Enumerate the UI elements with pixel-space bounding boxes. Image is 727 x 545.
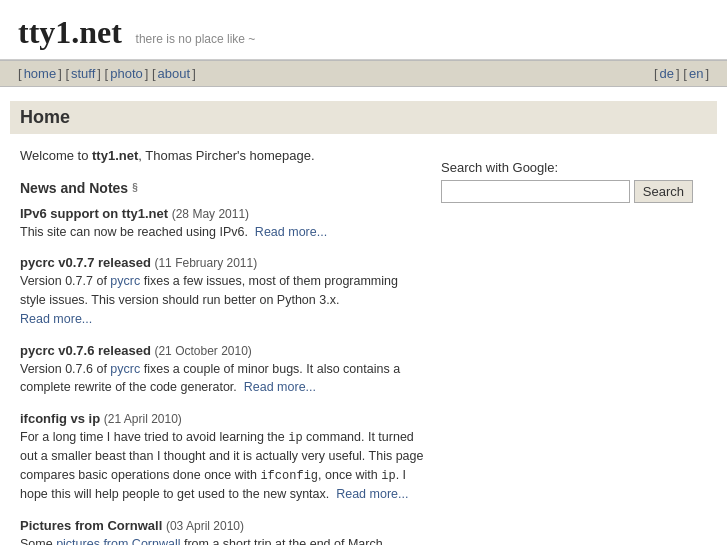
news-title-pycrc076: pycrc v0.7.6 released (21 October 2010) xyxy=(20,343,427,358)
news-body-cornwall: Some pictures from Cornwall from a short… xyxy=(20,535,427,546)
top-area: Welcome to tty1.net, Thomas Pircher's ho… xyxy=(20,146,707,545)
read-more-pycrc076[interactable]: Read more... xyxy=(244,380,316,394)
content-area: Home Welcome to tty1.net, Thomas Pircher… xyxy=(0,87,727,545)
cornwall-link[interactable]: pictures from Cornwall xyxy=(56,537,180,546)
nav-stuff[interactable]: stuff xyxy=(71,66,95,81)
site-header: tty1.net there is no place like ~ xyxy=(0,0,727,60)
nav-photo[interactable]: photo xyxy=(110,66,143,81)
news-title-ipv6: IPv6 support on tty1.net (28 May 2011) xyxy=(20,206,427,221)
main-content: Home Welcome to tty1.net, Thomas Pircher… xyxy=(0,87,727,545)
news-title-pycrc077: pycrc v0.7.7 released (11 February 2011) xyxy=(20,255,427,270)
pycrc076-link[interactable]: pycrc xyxy=(110,362,140,376)
read-more-pycrc077[interactable]: Read more... xyxy=(20,312,92,326)
welcome-section: Welcome to tty1.net, Thomas Pircher's ho… xyxy=(20,146,427,545)
site-tagline: there is no place like ~ xyxy=(136,32,256,46)
search-box: Search with Google: Search xyxy=(427,146,707,213)
nav-lang-de[interactable]: de xyxy=(660,66,674,81)
nav-about[interactable]: about xyxy=(158,66,191,81)
news-body-pycrc076: Version 0.7.6 of pycrc fixes a couple of… xyxy=(20,360,427,398)
news-body-pycrc077: Version 0.7.7 of pycrc fixes a few issue… xyxy=(20,272,427,328)
news-body-ipv6: This site can now be reached using IPv6.… xyxy=(20,223,427,242)
nav-lang-en[interactable]: en xyxy=(689,66,703,81)
news-item-ifconfig: ifconfig vs ip (21 April 2010) For a lon… xyxy=(20,411,427,504)
site-name-bold: tty1.net xyxy=(92,148,138,163)
search-label: Search with Google: xyxy=(441,160,693,175)
news-item-pycrc076: pycrc v0.7.6 released (21 October 2010) … xyxy=(20,343,427,398)
navigation: [ home ] [ stuff ] [ photo ] [ about ] [… xyxy=(0,60,727,87)
welcome-text: Welcome to tty1.net, Thomas Pircher's ho… xyxy=(20,146,427,166)
pycrc077-link[interactable]: pycrc xyxy=(110,274,140,288)
news-section-header: News and Notes § xyxy=(20,180,427,196)
news-body-ifconfig: For a long time I have tried to avoid le… xyxy=(20,428,427,504)
nav-home[interactable]: home xyxy=(24,66,57,81)
nav-left: [ home ] [ stuff ] [ photo ] [ about ] xyxy=(18,66,196,81)
news-item-cornwall: Pictures from Cornwall (03 April 2010) S… xyxy=(20,518,427,546)
site-title: tty1.net xyxy=(18,14,122,50)
news-title-ifconfig: ifconfig vs ip (21 April 2010) xyxy=(20,411,427,426)
news-item-ipv6: IPv6 support on tty1.net (28 May 2011) T… xyxy=(20,206,427,242)
search-input[interactable] xyxy=(441,180,630,203)
nav-right: [ de ] [ en ] xyxy=(654,66,709,81)
read-more-ifconfig[interactable]: Read more... xyxy=(336,487,408,501)
news-item-pycrc077: pycrc v0.7.7 released (11 February 2011)… xyxy=(20,255,427,328)
news-title-cornwall: Pictures from Cornwall (03 April 2010) xyxy=(20,518,427,533)
search-form: Search xyxy=(441,180,693,203)
search-button[interactable]: Search xyxy=(634,180,693,203)
read-more-ipv6[interactable]: Read more... xyxy=(255,225,327,239)
page-title: Home xyxy=(10,101,717,134)
